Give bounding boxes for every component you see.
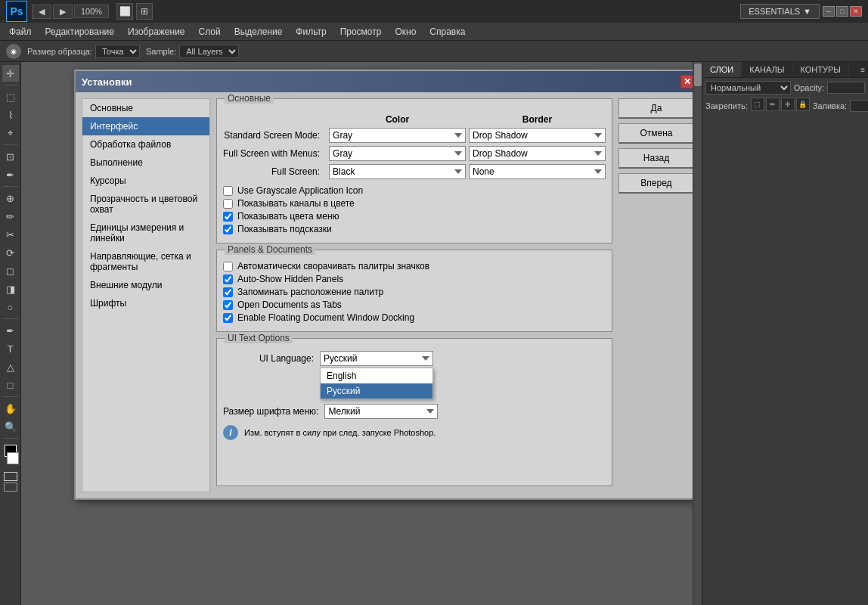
workspace-scrollbar-v[interactable] (693, 62, 702, 605)
tool-clone[interactable]: ✂ (2, 226, 19, 243)
checkbox-open-as-tabs-input[interactable] (223, 300, 233, 310)
nav-item-basic[interactable]: Основные (82, 99, 209, 117)
screen-mode-full[interactable] (4, 482, 17, 492)
checkbox-grayscale-icon-input[interactable] (223, 186, 233, 196)
app-titlebar: Ps ◀ ▶ 100% ⬜ ⊞ ESSENTIALS ▼ ─ □ ✕ (0, 0, 868, 23)
sample-select[interactable]: All Layers (179, 45, 239, 58)
dialog-nav: Основные Интерфейс Обработка файлов Выпо… (82, 98, 210, 492)
menu-file[interactable]: Файл (3, 25, 38, 39)
checkbox-auto-collapse-input[interactable] (223, 262, 233, 271)
blend-mode-row: Нормальный Opacity: (705, 81, 865, 95)
tool-gradient[interactable]: ◨ (2, 281, 19, 297)
opacity-input[interactable] (827, 82, 865, 94)
language-option-russian[interactable]: Русский (321, 383, 432, 399)
tab-paths[interactable]: КОНТУРЫ (793, 62, 850, 77)
standard-screen-border-select[interactable]: Drop Shadow (469, 128, 606, 143)
tool-hand[interactable]: ✋ (2, 400, 19, 417)
nav-item-guides[interactable]: Направляющие, сетка и фрагменты (82, 247, 209, 276)
arrange-btn[interactable]: ⊞ (136, 3, 153, 20)
close-button[interactable]: ✕ (850, 6, 862, 17)
nav-item-interface[interactable]: Интерфейс (82, 117, 209, 135)
full-screen-color-select[interactable]: Black (329, 164, 466, 179)
cancel-button[interactable]: Отмена (618, 123, 694, 144)
fill-input[interactable] (850, 100, 868, 112)
font-size-select[interactable]: Мелкий (324, 404, 438, 419)
zoom-display[interactable]: 100% (74, 5, 109, 18)
full-screen-border-select[interactable]: None (469, 164, 606, 179)
tool-pen[interactable]: ✒ (2, 322, 19, 339)
panel-options-icon[interactable]: ≡ (849, 62, 868, 77)
menu-help[interactable]: Справка (423, 25, 471, 39)
essentials-button[interactable]: ESSENTIALS ▼ (740, 4, 820, 19)
nav-item-transparency[interactable]: Прозрачность и цветовой охват (82, 190, 209, 219)
nav-item-units[interactable]: Единицы измерения и линейки (82, 219, 209, 247)
tool-healing[interactable]: ⊕ (2, 190, 19, 206)
background-color[interactable] (7, 452, 19, 464)
menu-select[interactable]: Выделение (228, 25, 289, 39)
menu-view[interactable]: Просмотр (334, 25, 388, 39)
checkbox-floating-docking-input[interactable] (223, 313, 233, 323)
tool-zoom[interactable]: 🔍 (2, 418, 19, 435)
menu-window[interactable]: Окно (389, 25, 422, 39)
checkbox-auto-collapse-label: Автоматически сворачивать палитры значко… (237, 261, 429, 271)
tool-lasso[interactable]: ⌇ (2, 107, 19, 123)
tool-shape[interactable]: □ (2, 377, 19, 393)
back-button[interactable]: Назад (618, 148, 694, 169)
history-forward[interactable]: ▶ (53, 5, 73, 19)
section-ui-text-title: UI Text Options (225, 333, 293, 343)
tool-brush[interactable]: ✏ (2, 208, 19, 225)
lock-all-btn[interactable]: 🔒 (796, 98, 810, 111)
nav-item-cursors[interactable]: Курсоры (82, 172, 209, 190)
tool-crop[interactable]: ⊡ (2, 148, 19, 165)
tool-history[interactable]: ⟳ (2, 244, 19, 261)
nav-item-performance[interactable]: Выполнение (82, 154, 209, 172)
main-checkboxes: Use Grayscale Application Icon Показыват… (223, 185, 606, 234)
full-screen-menus-color-select[interactable]: Gray (329, 146, 466, 161)
view-mode-btn[interactable]: ⬜ (116, 3, 133, 20)
tool-move[interactable]: ✛ (2, 65, 19, 82)
lock-image-btn[interactable]: ✏ (766, 98, 780, 111)
tool-eraser[interactable]: ◻ (2, 262, 19, 279)
lock-transparent-btn[interactable]: ⬚ (751, 98, 764, 111)
ui-language-select[interactable]: Русский (320, 351, 433, 366)
menu-layer[interactable]: Слой (193, 25, 227, 39)
lock-position-btn[interactable]: ✛ (781, 98, 795, 111)
tab-channels[interactable]: КАНАЛЫ (742, 62, 792, 77)
checkbox-tooltips-input[interactable] (223, 225, 233, 234)
tool-type[interactable]: T (2, 340, 19, 357)
checkbox-grayscale-icon-label: Use Grayscale Application Icon (237, 185, 363, 196)
sample-size-select[interactable]: Точка (95, 45, 140, 58)
checkbox-menu-colors-input[interactable] (223, 212, 233, 222)
workspace: ✛ ⬚ ⌇ ⌖ ⊡ ✒ ⊕ ✏ ✂ ⟳ ◻ ◨ ○ ✒ T △ □ ✋ 🔍 (0, 62, 868, 605)
nav-item-plugins[interactable]: Внешние модули (82, 276, 209, 294)
forward-button[interactable]: Вперед (618, 173, 694, 194)
menu-image[interactable]: Изображение (122, 25, 191, 39)
checkbox-remember-positions-input[interactable] (223, 287, 233, 297)
screen-mode-standard[interactable] (4, 472, 17, 481)
tool-magic-wand[interactable]: ⌖ (2, 125, 19, 141)
blend-mode-select[interactable]: Нормальный (705, 81, 791, 95)
restore-button[interactable]: □ (836, 6, 848, 17)
checkbox-auto-show-input[interactable] (223, 275, 233, 284)
tool-dodge[interactable]: ○ (2, 299, 19, 315)
tool-marquee[interactable]: ⬚ (2, 88, 19, 105)
history-back[interactable]: ◀ (32, 5, 51, 19)
nav-item-fonts[interactable]: Шрифты (82, 294, 209, 312)
lock-icons: ⬚ ✏ ✛ 🔒 (751, 98, 810, 111)
standard-screen-color-select[interactable]: Gray (329, 128, 466, 143)
font-size-row: Размер шрифта меню: Мелкий (223, 404, 606, 419)
tool-eyedropper[interactable]: ✒ (2, 166, 19, 183)
info-icon: i (223, 425, 238, 440)
full-screen-menus-border-select[interactable]: Drop Shadow (469, 146, 606, 161)
tool-path[interactable]: △ (2, 358, 19, 375)
menu-filter[interactable]: Фильтр (290, 25, 332, 39)
sample-size-label: Размер образца: (27, 47, 92, 56)
panel-tabs: СЛОИ КАНАЛЫ КОНТУРЫ ≡ (702, 62, 868, 78)
ok-button[interactable]: Да (618, 98, 694, 119)
tab-layers[interactable]: СЛОИ (702, 62, 742, 77)
language-option-english[interactable]: English (321, 368, 432, 383)
nav-item-files[interactable]: Обработка файлов (82, 135, 209, 154)
minimize-button[interactable]: ─ (823, 6, 835, 17)
menu-edit[interactable]: Редактирование (39, 25, 120, 39)
checkbox-channels-color-input[interactable] (223, 199, 233, 209)
